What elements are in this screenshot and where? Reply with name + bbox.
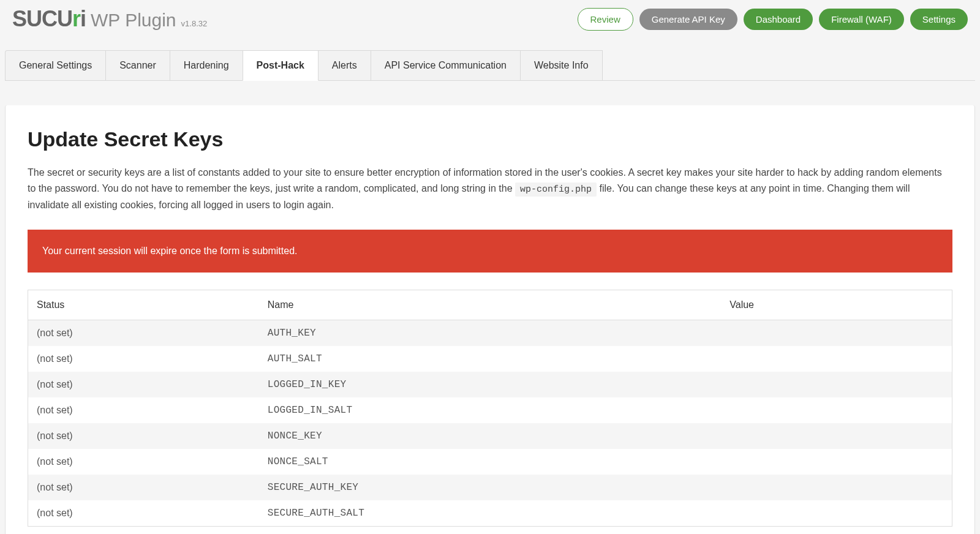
table-row: (not set)SECURE_AUTH_SALT	[28, 500, 952, 527]
header: SUCUri WP Plugin v1.8.32 Review Generate…	[0, 0, 980, 38]
cell-name: LOGGED_IN_KEY	[259, 372, 722, 397]
table-row: (not set)NONCE_KEY	[28, 423, 952, 449]
table-row: (not set)LOGGED_IN_KEY	[28, 372, 952, 397]
tab-scanner[interactable]: Scanner	[105, 50, 170, 80]
cell-value	[721, 475, 952, 500]
col-name: Name	[259, 290, 722, 320]
tab-website-info[interactable]: Website Info	[520, 50, 603, 80]
col-value: Value	[721, 290, 952, 320]
cell-status: (not set)	[28, 500, 259, 527]
cell-value	[721, 397, 952, 423]
cell-name: LOGGED_IN_SALT	[259, 397, 722, 423]
settings-tabs: General Settings Scanner Hardening Post-…	[5, 50, 975, 81]
cell-name: AUTH_SALT	[259, 346, 722, 372]
table-row: (not set)SECURE_AUTH_KEY	[28, 475, 952, 500]
cell-status: (not set)	[28, 475, 259, 500]
brand-text-1: SUCU	[12, 6, 72, 31]
cell-name: AUTH_KEY	[259, 320, 722, 347]
desc-code: wp-config.php	[515, 182, 597, 197]
page-title: Update Secret Keys	[28, 127, 952, 151]
table-header-row: Status Name Value	[28, 290, 952, 320]
cell-name: SECURE_AUTH_SALT	[259, 500, 722, 527]
table-row: (not set)AUTH_KEY	[28, 320, 952, 347]
content-panel: Update Secret Keys The secret or securit…	[5, 105, 975, 534]
cell-value	[721, 372, 952, 397]
brand-text-2: i	[80, 6, 86, 31]
cell-status: (not set)	[28, 423, 259, 449]
cell-status: (not set)	[28, 320, 259, 347]
logo-block: SUCUri WP Plugin v1.8.32	[12, 6, 207, 32]
col-status: Status	[28, 290, 259, 320]
cell-value	[721, 500, 952, 527]
generate-api-key-button[interactable]: Generate API Key	[639, 9, 737, 30]
cell-status: (not set)	[28, 372, 259, 397]
table-row: (not set)LOGGED_IN_SALT	[28, 397, 952, 423]
cell-status: (not set)	[28, 449, 259, 475]
firewall-button[interactable]: Firewall (WAF)	[819, 9, 904, 30]
tab-hardening[interactable]: Hardening	[170, 50, 243, 80]
description: The secret or security keys are a list o…	[28, 165, 952, 212]
product-name: WP Plugin	[91, 10, 176, 31]
cell-value	[721, 423, 952, 449]
dashboard-button[interactable]: Dashboard	[744, 9, 813, 30]
cell-name: NONCE_KEY	[259, 423, 722, 449]
product-version: v1.8.32	[181, 19, 208, 28]
cell-name: SECURE_AUTH_KEY	[259, 475, 722, 500]
tab-api-service[interactable]: API Service Communication	[371, 50, 521, 80]
header-buttons: Review Generate API Key Dashboard Firewa…	[578, 8, 968, 31]
tab-alerts[interactable]: Alerts	[318, 50, 371, 80]
cell-value	[721, 449, 952, 475]
brand-accent: r	[72, 6, 80, 31]
cell-status: (not set)	[28, 346, 259, 372]
review-button[interactable]: Review	[578, 8, 633, 31]
session-expire-alert: Your current session will expire once th…	[28, 230, 952, 273]
settings-button[interactable]: Settings	[910, 9, 968, 30]
cell-name: NONCE_SALT	[259, 449, 722, 475]
cell-status: (not set)	[28, 397, 259, 423]
cell-value	[721, 346, 952, 372]
tab-post-hack[interactable]: Post-Hack	[243, 50, 318, 81]
brand-logo: SUCUri	[12, 6, 86, 32]
secret-keys-table: Status Name Value (not set)AUTH_KEY(not …	[28, 290, 952, 527]
table-row: (not set)AUTH_SALT	[28, 346, 952, 372]
cell-value	[721, 320, 952, 347]
table-row: (not set)NONCE_SALT	[28, 449, 952, 475]
tab-general-settings[interactable]: General Settings	[5, 50, 106, 80]
